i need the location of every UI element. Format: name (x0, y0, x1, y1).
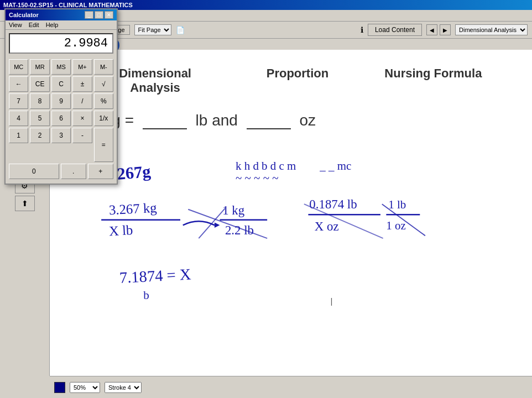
svg-marker-7 (215, 223, 220, 228)
calc-divide-button[interactable]: / (72, 93, 92, 109)
svg-text:|: | (330, 296, 332, 306)
calc-percent-button[interactable]: % (94, 93, 113, 109)
load-content-button[interactable]: Load Content (368, 24, 422, 36)
page-dropdown[interactable]: Dimensional Analysis (455, 24, 528, 35)
nav-arrows: ◀ ▶ (426, 24, 451, 35)
toolbar-right: ℹ Load Content ◀ ▶ Dimensional Analysis (361, 24, 528, 36)
calc-backspace-button[interactable]: ← (9, 76, 28, 92)
handwritten-work: 3267g k h d b d c m ~ ~ ~ ~ ~ _ _ mc 3.2… (72, 151, 510, 373)
calc-titlebar: Calculator _ □ ✕ (6, 9, 117, 20)
calc-minimize-button[interactable]: _ (85, 11, 93, 19)
calc-minus-button[interactable]: - (72, 128, 92, 143)
column-headers: DimensionalAnalysis Proportion Nursing F… (72, 66, 510, 95)
calc-maximize-button[interactable]: □ (95, 11, 103, 19)
calc-plus-button[interactable]: + (88, 164, 113, 179)
svg-text:~ ~ ~ ~ ~: ~ ~ ~ ~ ~ (236, 171, 279, 185)
calc-0-button[interactable]: 0 (9, 164, 59, 179)
content-inner: DimensionalAnalysis Proportion Nursing F… (50, 50, 532, 376)
zoom-select[interactable]: 50% 75% 100% (70, 382, 100, 393)
info-icon[interactable]: ℹ (361, 25, 363, 34)
svg-text:X  oz: X oz (315, 219, 339, 233)
calc-equals-button[interactable]: = (94, 128, 113, 162)
calc-9-button[interactable]: 9 (51, 93, 71, 109)
calc-multiply-button[interactable]: × (72, 111, 92, 126)
calc-title: Calculator (9, 12, 39, 18)
svg-text:_ _ mc: _ _ mc (319, 159, 351, 172)
calc-menu-help[interactable]: Help (46, 22, 59, 28)
calc-sqrt-button[interactable]: √ (94, 76, 113, 92)
calc-1-button[interactable]: 1 (9, 128, 28, 143)
bottom-toolbar: 50% 75% 100% Stroke 4 Stroke 1 Stroke 2 … (50, 376, 532, 398)
calc-menu-edit[interactable]: Edit (29, 22, 39, 28)
svg-text:b: b (143, 289, 149, 302)
svg-text:1  kg: 1 kg (222, 203, 244, 217)
work-area: 3267g k h d b d c m ~ ~ ~ ~ ~ _ _ mc 3.2… (72, 151, 510, 373)
calc-reciprocal-button[interactable]: 1/x (94, 111, 113, 126)
calculator-window: Calculator _ □ ✕ View Edit Help 2.9984 M… (4, 8, 118, 185)
svg-text:3.267 kg: 3.267 kg (108, 200, 157, 217)
calc-row4: 1 2 3 - = (9, 128, 113, 162)
blank-oz (247, 128, 291, 129)
svg-text:k h d b d c m: k h d b d c m (236, 159, 296, 172)
stroke-select[interactable]: Stroke 4 Stroke 1 Stroke 2 Stroke 6 (105, 382, 142, 393)
calc-6-button[interactable]: 6 (51, 111, 71, 126)
calc-buttons: MC MR MS M+ M- ← CE C ± √ 7 8 9 / % 4 5 … (6, 57, 117, 184)
calc-ce-button[interactable]: CE (30, 76, 49, 92)
calc-ms-button[interactable]: MS (51, 59, 71, 75)
svg-text:1 lb: 1 lb (388, 198, 406, 211)
calc-titlebar-buttons: _ □ ✕ (85, 11, 113, 19)
header-nursing-text: Nursing Formula (384, 66, 482, 80)
app-title: MAT-150-02.SP15 - CLINICAL MATHEMATICS (3, 2, 133, 8)
page-icon: 📄 (176, 26, 185, 34)
tool-upload[interactable]: ⬆ (15, 196, 35, 211)
calc-3-button[interactable]: 3 (51, 128, 71, 143)
prev-arrow[interactable]: ◀ (426, 24, 437, 35)
calc-mr-button[interactable]: MR (30, 59, 49, 75)
calc-menubar: View Edit Help (6, 20, 117, 30)
calc-memory-row: MC MR MS M+ M- (9, 59, 113, 75)
fit-page-select[interactable]: Fit Page (134, 24, 171, 35)
svg-line-12 (199, 208, 225, 238)
calc-7-button[interactable]: 7 (9, 93, 28, 109)
calc-row3: 4 5 6 × 1/x (9, 111, 113, 126)
next-arrow[interactable]: ▶ (440, 24, 451, 35)
calc-c-button[interactable]: C (51, 76, 71, 92)
calc-row2: 7 8 9 / % (9, 93, 113, 109)
header-nursing: Nursing Formula (384, 66, 482, 95)
svg-text:2.2 lb: 2.2 lb (225, 223, 254, 237)
header-proportion-text: Proportion (267, 66, 328, 80)
calc-row5: 0 . + (9, 164, 113, 179)
calc-close-button[interactable]: ✕ (105, 11, 113, 19)
calc-5-button[interactable]: 5 (30, 111, 49, 126)
blank-lb (143, 128, 187, 129)
calc-row1: ← CE C ± √ (9, 76, 113, 92)
color-swatch[interactable] (54, 382, 65, 393)
content-area: DimensionalAnalysis Proportion Nursing F… (50, 50, 532, 376)
calc-menu-view[interactable]: View (9, 22, 22, 28)
calc-2-button[interactable]: 2 (30, 128, 49, 143)
calc-mminus-button[interactable]: M- (94, 59, 113, 75)
svg-text:X lb: X lb (108, 222, 133, 238)
svg-text:1 oz: 1 oz (386, 219, 405, 232)
main-equation: 3267g = lb and oz (72, 112, 510, 129)
header-proportion: Proportion (267, 66, 328, 95)
calc-4-button[interactable]: 4 (9, 111, 28, 126)
calc-8-button[interactable]: 8 (30, 93, 49, 109)
calc-decimal-button[interactable]: . (61, 164, 86, 179)
header-dimensional-text: DimensionalAnalysis (119, 66, 191, 95)
calc-plusminus-button[interactable]: ± (72, 76, 92, 92)
calc-mplus-button[interactable]: M+ (72, 59, 92, 75)
calc-display: 2.9984 (9, 33, 113, 54)
calc-mc-button[interactable]: MC (9, 59, 28, 75)
svg-text:7.1874 = X: 7.1874 = X (119, 265, 191, 286)
